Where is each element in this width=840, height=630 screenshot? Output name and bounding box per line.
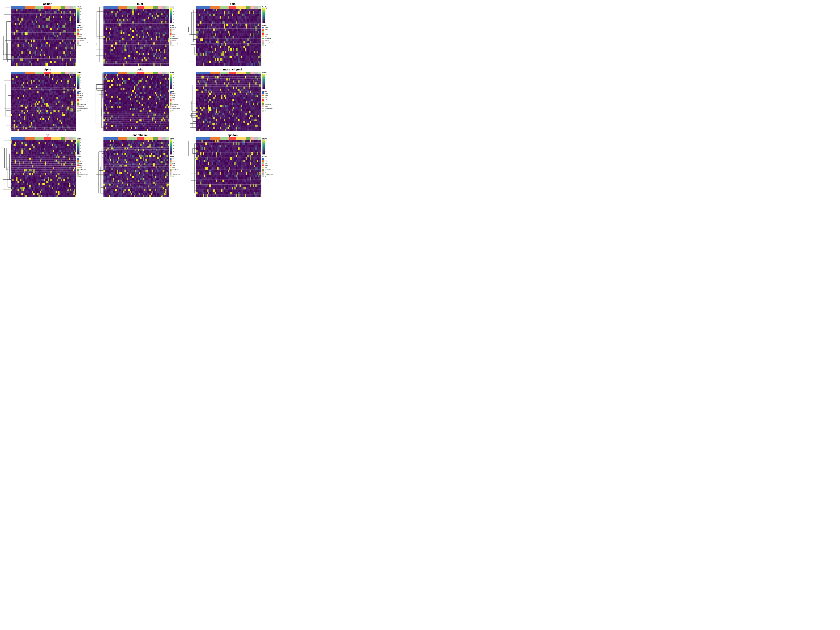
svg-rect-10138 <box>28 150 29 152</box>
svg-rect-12953 <box>161 182 163 184</box>
svg-rect-10816 <box>52 171 53 173</box>
svg-rect-903 <box>62 42 63 44</box>
svg-rect-4258 <box>261 53 261 55</box>
svg-rect-11510 <box>17 195 19 197</box>
svg-rect-12683 <box>122 174 123 176</box>
svg-rect-7867 <box>117 123 118 125</box>
svg-rect-8523 <box>251 87 253 88</box>
svg-rect-1879 <box>144 21 145 24</box>
svg-rect-9850 <box>44 140 45 142</box>
svg-rect-7842 <box>163 122 164 123</box>
svg-rect-4973 <box>37 88 38 90</box>
svg-rect-8281 <box>249 79 250 81</box>
svg-rect-11092 <box>20 181 21 183</box>
svg-rect-13811 <box>250 155 251 157</box>
svg-rect-4305 <box>243 56 245 58</box>
svg-rect-14756 <box>231 194 232 197</box>
svg-rect-13797 <box>232 155 233 157</box>
svg-rect-7683 <box>111 117 113 120</box>
svg-rect-3698 <box>234 31 235 33</box>
svg-rect-3276 <box>232 14 233 16</box>
svg-rect-4056 <box>232 46 233 48</box>
svg-rect-11686 <box>152 142 153 144</box>
svg-rect-8697 <box>243 93 245 95</box>
svg-rect-12792 <box>107 178 109 180</box>
svg-rect-2774 <box>137 53 139 55</box>
svg-rect-9981 <box>58 144 60 146</box>
svg-rect-6319 <box>71 129 73 131</box>
svg-rect-11111 <box>45 181 46 183</box>
svg-rect-583 <box>36 30 37 33</box>
svg-rect-2540 <box>145 45 147 47</box>
svg-rect-1941 <box>147 24 148 25</box>
svg-rect-2960 <box>145 59 147 62</box>
svg-rect-1564 <box>125 11 126 13</box>
svg-rect-6182 <box>49 126 50 128</box>
svg-rect-4812 <box>62 82 63 84</box>
svg-rect-7999 <box>133 127 134 129</box>
svg-rect-2221 <box>120 34 122 36</box>
svg-rect-11743 <box>148 144 149 146</box>
svg-rect-2549 <box>157 45 159 47</box>
svg-rect-11310 <box>70 187 71 189</box>
svg-rect-643 <box>36 32 37 35</box>
svg-rect-1749 <box>131 17 133 19</box>
svg-rect-937 <box>28 44 29 47</box>
svg-rect-12318 <box>115 163 117 165</box>
svg-rect-1703 <box>149 15 151 17</box>
svg-rect-11509 <box>16 195 17 197</box>
svg-rect-2186 <box>153 32 155 34</box>
svg-rect-13041 <box>119 185 120 188</box>
svg-rect-9297 <box>243 113 245 115</box>
svg-rect-13951 <box>197 162 199 165</box>
svg-rect-10734 <box>23 169 24 171</box>
svg-rect-11098 <box>28 181 29 183</box>
svg-rect-14644 <box>241 189 242 192</box>
svg-rect-2283 <box>123 36 125 38</box>
svg-rect-12946 <box>152 182 153 184</box>
svg-rect-8263 <box>225 79 226 81</box>
svg-rect-10406 <box>65 158 66 160</box>
svg-rect-6274 <box>12 129 14 131</box>
svg-rect-3034 <box>164 62 165 64</box>
svg-rect-6735 <box>127 86 128 88</box>
svg-rect-10279 <box>55 154 57 156</box>
svg-rect-9706 <box>229 127 231 129</box>
svg-rect-8904 <box>200 101 202 103</box>
dendrogram <box>2 137 11 197</box>
svg-rect-5276 <box>41 97 43 99</box>
svg-rect-4560 <box>46 74 48 76</box>
svg-rect-11738 <box>142 144 143 146</box>
svg-rect-5105 <box>53 92 54 93</box>
svg-rect-6080 <box>73 122 74 124</box>
svg-rect-2177 <box>142 32 143 34</box>
svg-rect-8604 <box>200 90 202 93</box>
svg-rect-9363 <box>251 115 253 117</box>
svg-rect-13416 <box>204 140 205 142</box>
svg-rect-9478 <box>245 119 246 121</box>
svg-rect-8213 <box>238 76 240 78</box>
svg-rect-13193 <box>161 189 163 191</box>
svg-rect-1943 <box>149 24 151 25</box>
svg-rect-4346 <box>218 58 220 61</box>
svg-rect-2877 <box>115 57 117 59</box>
svg-rect-3491 <box>199 24 200 26</box>
svg-rect-11280 <box>31 187 32 189</box>
svg-rect-11530 <box>44 195 45 197</box>
svg-rect-8421 <box>196 84 197 87</box>
svg-rect-9693 <box>212 127 213 129</box>
svg-rect-3757 <box>233 33 234 36</box>
svg-rect-14045 <box>242 165 243 167</box>
svg-rect-11362 <box>60 189 61 191</box>
svg-rect-11756 <box>165 144 166 146</box>
svg-rect-4967 <box>29 88 31 90</box>
svg-rect-4601 <box>21 76 23 78</box>
svg-rect-8937 <box>243 101 245 103</box>
svg-rect-14539 <box>261 185 261 187</box>
svg-rect-8441 <box>223 84 224 87</box>
svg-rect-13434 <box>228 140 229 142</box>
svg-rect-2457 <box>115 43 117 45</box>
svg-rect-11773 <box>109 146 110 148</box>
svg-rect-11237 <box>53 185 54 187</box>
svg-rect-3554 <box>203 26 204 28</box>
